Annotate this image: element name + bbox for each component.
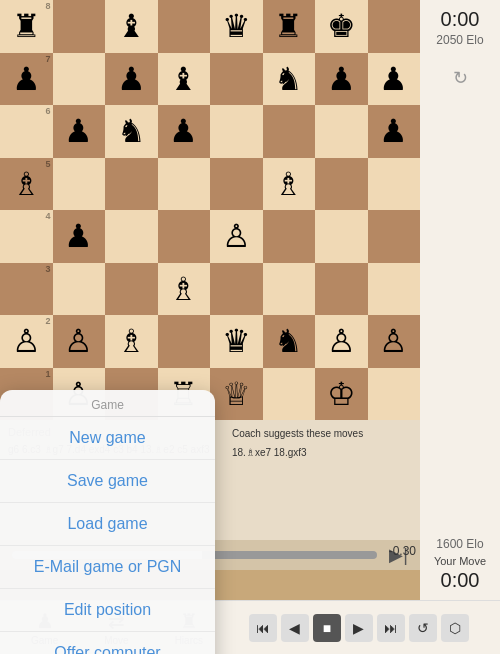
square-g1[interactable]: ♔ <box>315 368 368 421</box>
piece: ♞ <box>274 325 303 357</box>
square-h4[interactable] <box>368 210 421 263</box>
square-b3[interactable] <box>53 263 106 316</box>
coach-text: Coach suggests these moves 18.♗xe7 18.gx… <box>232 426 412 460</box>
square-f1[interactable] <box>263 368 316 421</box>
square-g4[interactable] <box>315 210 368 263</box>
square-c8[interactable]: ♝ <box>105 0 158 53</box>
square-b6[interactable]: ♟ <box>53 105 106 158</box>
menu-save-game[interactable]: Save game <box>0 460 215 503</box>
square-h2[interactable]: ♙ <box>368 315 421 368</box>
piece: ♙ <box>12 325 41 357</box>
square-e2[interactable]: ♛ <box>210 315 263 368</box>
piece: ♕ <box>222 378 251 410</box>
piece: ♟ <box>379 63 408 95</box>
nav-last-button[interactable]: ⏭ <box>377 614 405 642</box>
nav-controls: ⏮ ◀ ■ ▶ ⏭ ↺ ⬡ <box>249 614 469 642</box>
square-e4[interactable]: ♙ <box>210 210 263 263</box>
piece: ♗ <box>274 168 303 200</box>
square-d7[interactable]: ♝ <box>158 53 211 106</box>
piece: ♞ <box>117 115 146 147</box>
piece: ♝ <box>117 10 146 42</box>
square-e7[interactable] <box>210 53 263 106</box>
square-a3[interactable]: 3 <box>0 263 53 316</box>
square-d2[interactable] <box>158 315 211 368</box>
square-h8[interactable] <box>368 0 421 53</box>
piece: ♞ <box>274 63 303 95</box>
square-d8[interactable] <box>158 0 211 53</box>
square-e3[interactable] <box>210 263 263 316</box>
square-g7[interactable]: ♟ <box>315 53 368 106</box>
piece: ♗ <box>117 325 146 357</box>
menu-edit-position[interactable]: Edit position <box>0 589 215 632</box>
square-e8[interactable]: ♛ <box>210 0 263 53</box>
square-h5[interactable] <box>368 158 421 211</box>
square-g8[interactable]: ♚ <box>315 0 368 53</box>
square-b7[interactable] <box>53 53 106 106</box>
piece: ♟ <box>64 115 93 147</box>
nav-stop-button[interactable]: ■ <box>313 614 341 642</box>
nav-flip-button[interactable]: ↺ <box>409 614 437 642</box>
nav-first-button[interactable]: ⏮ <box>249 614 277 642</box>
square-c7[interactable]: ♟ <box>105 53 158 106</box>
square-a4[interactable]: 4 <box>0 210 53 263</box>
piece: ♙ <box>222 220 251 252</box>
square-g6[interactable] <box>315 105 368 158</box>
square-a5[interactable]: 5♗ <box>0 158 53 211</box>
square-c6[interactable]: ♞ <box>105 105 158 158</box>
piece: ♗ <box>12 168 41 200</box>
square-f8[interactable]: ♜ <box>263 0 316 53</box>
square-d5[interactable] <box>158 158 211 211</box>
timer-bottom: 0:00 <box>441 569 480 592</box>
square-d4[interactable] <box>158 210 211 263</box>
square-f3[interactable] <box>263 263 316 316</box>
square-d6[interactable]: ♟ <box>158 105 211 158</box>
chess-board[interactable]: 8♜♝♛♜♚7♟♟♝♞♟♟6♟♞♟♟5♗♗4♟♙3♗2♙♙♗♛♞♙♙1♙♖♕♔ <box>0 0 420 420</box>
square-e1[interactable]: ♕ <box>210 368 263 421</box>
square-c2[interactable]: ♗ <box>105 315 158 368</box>
square-f4[interactable] <box>263 210 316 263</box>
square-f6[interactable] <box>263 105 316 158</box>
piece: ♟ <box>169 115 198 147</box>
score-value: -0.30 <box>389 544 416 558</box>
square-e5[interactable] <box>210 158 263 211</box>
square-h6[interactable]: ♟ <box>368 105 421 158</box>
piece: ♙ <box>327 325 356 357</box>
nav-next-button[interactable]: ▶ <box>345 614 373 642</box>
menu-section-label: Game <box>0 390 215 417</box>
piece: ♟ <box>64 220 93 252</box>
square-d3[interactable]: ♗ <box>158 263 211 316</box>
square-c5[interactable] <box>105 158 158 211</box>
square-g3[interactable] <box>315 263 368 316</box>
square-a6[interactable]: 6 <box>0 105 53 158</box>
square-f2[interactable]: ♞ <box>263 315 316 368</box>
piece: ♙ <box>64 325 93 357</box>
square-b2[interactable]: ♙ <box>53 315 106 368</box>
piece: ♚ <box>327 10 356 42</box>
square-h7[interactable]: ♟ <box>368 53 421 106</box>
square-f5[interactable]: ♗ <box>263 158 316 211</box>
square-a8[interactable]: 8♜ <box>0 0 53 53</box>
piece: ♜ <box>12 10 41 42</box>
square-g5[interactable] <box>315 158 368 211</box>
menu-new-game[interactable]: New game <box>0 417 215 460</box>
menu-email-game[interactable]: E-Mail game or PGN <box>0 546 215 589</box>
square-c3[interactable] <box>105 263 158 316</box>
square-a2[interactable]: 2♙ <box>0 315 53 368</box>
menu-offer-computer[interactable]: Offer computer <box>0 632 215 654</box>
square-b8[interactable] <box>53 0 106 53</box>
piece: ♛ <box>222 325 251 357</box>
square-g2[interactable]: ♙ <box>315 315 368 368</box>
square-a7[interactable]: 7♟ <box>0 53 53 106</box>
square-f7[interactable]: ♞ <box>263 53 316 106</box>
square-h1[interactable] <box>368 368 421 421</box>
piece: ♟ <box>12 63 41 95</box>
nav-extra-button[interactable]: ⬡ <box>441 614 469 642</box>
context-menu: Game New game Save game Load game E-Mail… <box>0 390 215 654</box>
menu-load-game[interactable]: Load game <box>0 503 215 546</box>
square-c4[interactable] <box>105 210 158 263</box>
square-b5[interactable] <box>53 158 106 211</box>
square-e6[interactable] <box>210 105 263 158</box>
nav-prev-button[interactable]: ◀ <box>281 614 309 642</box>
square-b4[interactable]: ♟ <box>53 210 106 263</box>
square-h3[interactable] <box>368 263 421 316</box>
